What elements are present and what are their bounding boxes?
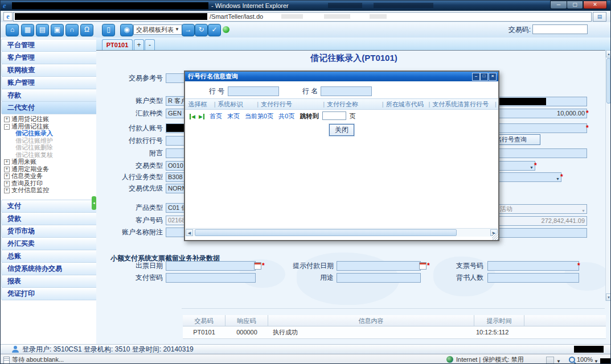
dialog-maximize-button[interactable]: □ bbox=[480, 73, 488, 81]
calculator-button[interactable]: ▤ bbox=[36, 24, 49, 36]
sidebar-item-voucher-print[interactable]: 凭证打印 bbox=[1, 287, 99, 300]
sidebar-item-payment[interactable]: 支付 bbox=[1, 200, 99, 213]
headset-button[interactable]: Ω bbox=[80, 24, 93, 36]
last-page-link[interactable]: 末页 bbox=[227, 113, 240, 119]
tree-item-incoming[interactable]: +通用来账 bbox=[4, 158, 94, 166]
pay-password-field[interactable] bbox=[166, 273, 256, 283]
vertical-scrollbar[interactable]: ▲ ▼ bbox=[605, 50, 611, 301]
add-tab-button[interactable]: + bbox=[134, 39, 144, 50]
redacted-url-extra bbox=[370, 14, 387, 19]
compatibility-view-icon[interactable] bbox=[546, 357, 554, 364]
template-list-dropdown[interactable]: 交易模板列表 ▼ bbox=[133, 24, 182, 35]
sidebar-item-network-check[interactable]: 联网核查 bbox=[1, 64, 99, 77]
remove-tab-button[interactable]: - bbox=[145, 39, 155, 50]
sidebar-item-account[interactable]: 账户管理 bbox=[1, 76, 99, 89]
dialog-title-bar[interactable]: 行号行名信息查询 – □ × bbox=[185, 72, 498, 81]
redacted-url-extra bbox=[324, 14, 350, 19]
sidebar-item-ledger[interactable]: 总账 bbox=[1, 250, 99, 263]
tree-item-debit-maintain[interactable]: 借记往账维护 bbox=[4, 137, 105, 144]
sidebar-item-loan[interactable]: 贷款 bbox=[1, 212, 99, 225]
tree-item-info-business[interactable]: +信息类业务 bbox=[4, 172, 94, 180]
tree-item-debit-transfer[interactable]: -通用借记往账 bbox=[4, 123, 94, 130]
sidebar-item-money-market[interactable]: 货币市场 bbox=[1, 225, 99, 238]
dialog-horizontal-scrollbar[interactable]: ◀ ▶ bbox=[186, 228, 498, 237]
bank-no-label: 行 号 bbox=[209, 86, 224, 96]
tree-item-periodic[interactable]: +通用定期业务 bbox=[4, 166, 94, 173]
issue-date-field[interactable] bbox=[166, 261, 256, 271]
refresh-button[interactable]: ↻ bbox=[195, 24, 208, 36]
chevron-down-icon[interactable]: ▼ bbox=[594, 357, 598, 364]
jump-page-input[interactable] bbox=[322, 111, 346, 120]
home-button[interactable]: ⌂ bbox=[6, 24, 19, 36]
first-page-link[interactable]: 首页 bbox=[210, 113, 222, 119]
sidebar-item-platform[interactable]: 平台管理 bbox=[1, 39, 99, 52]
collapse-icon[interactable]: - bbox=[4, 124, 10, 130]
scrollbar-thumb[interactable] bbox=[195, 229, 457, 236]
calendar-icon[interactable] bbox=[254, 262, 261, 270]
tree-item-debit-review[interactable]: 借记往账复核 bbox=[4, 151, 105, 159]
dialog-resize-grip[interactable] bbox=[492, 234, 498, 240]
tree-item-debit-entry[interactable]: 借记往账录入 bbox=[4, 130, 105, 137]
bank-no-input[interactable] bbox=[228, 86, 279, 96]
confirm-button[interactable]: ✓ bbox=[208, 24, 221, 36]
submit-button[interactable]: → bbox=[182, 24, 195, 36]
message-table-header: 交易码 响应码 信息内容 提示时间 bbox=[183, 315, 606, 326]
tree-item-payment-monitor[interactable]: +支付信息监控 bbox=[4, 187, 94, 194]
sidebar-item-credit-pending[interactable]: 信贷系统待办交易 bbox=[1, 262, 99, 275]
sidebar-item-reports[interactable]: 报表 bbox=[1, 275, 99, 288]
check-no-field[interactable] bbox=[487, 261, 579, 271]
chevron-down-icon[interactable]: ▼ bbox=[556, 357, 561, 364]
page-action-button[interactable]: ▤ bbox=[593, 12, 606, 22]
msg-code: PT0101 bbox=[183, 326, 225, 338]
redacted-payee-name bbox=[495, 98, 546, 105]
dialog-close-button[interactable]: 关闭 bbox=[329, 124, 354, 136]
zoom-level[interactable]: 100% bbox=[577, 354, 593, 364]
expand-icon[interactable]: + bbox=[4, 173, 10, 179]
expand-icon[interactable]: + bbox=[4, 188, 10, 193]
tree-item-query-print[interactable]: +查询及打印 bbox=[4, 180, 94, 187]
sidebar-item-customer[interactable]: 客户管理 bbox=[1, 51, 99, 64]
tab-pt0101[interactable]: PT0101 bbox=[102, 39, 133, 50]
scrollbar-thumb[interactable] bbox=[606, 58, 611, 104]
device-button[interactable]: ▣ bbox=[51, 24, 64, 36]
tree-item-credit-transfer[interactable]: +通用贷记往账 bbox=[4, 115, 94, 123]
grid-button[interactable]: ▦ bbox=[21, 24, 34, 36]
login-info-bar: 登录用户: 3510CS1 登录机构: 3510 登录时间: 20140319 bbox=[1, 344, 610, 354]
pagination-bar: ◀ ▶ 首页 末页 当前第0页 共0页 跳转到 页 bbox=[190, 111, 356, 121]
sidebar-item-deposit[interactable]: 存款 bbox=[1, 89, 99, 102]
tree-item-debit-delete[interactable]: 借记往账删除 bbox=[4, 144, 105, 151]
expand-icon[interactable]: + bbox=[4, 181, 10, 187]
trash-button[interactable]: ▯ bbox=[102, 24, 115, 36]
message-table-row[interactable]: PT0101 000000 执行成功 10:12:5:112 bbox=[183, 326, 606, 339]
scroll-down-icon[interactable]: ▼ bbox=[606, 293, 611, 301]
sidebar-collapse-handle[interactable]: ◂ bbox=[92, 196, 96, 210]
address-bar: e /SmartTeller/last.do ▤ bbox=[1, 11, 610, 23]
dialog-minimize-button[interactable]: – bbox=[472, 73, 480, 81]
endorser-count-field[interactable] bbox=[487, 273, 579, 283]
txn-code-input[interactable] bbox=[532, 24, 588, 34]
scroll-up-icon[interactable]: ▲ bbox=[606, 50, 611, 57]
close-button[interactable]: ✕ bbox=[583, 1, 607, 9]
redacted-title bbox=[12, 2, 208, 9]
expand-icon[interactable]: + bbox=[4, 159, 10, 165]
field-label: 账户类型 bbox=[96, 96, 163, 105]
url-field[interactable]: /SmartTeller/last.do bbox=[13, 12, 592, 22]
headphone-button[interactable]: ∩ bbox=[65, 24, 79, 36]
minimize-button[interactable]: ─ bbox=[550, 1, 567, 9]
last-page-icon[interactable]: ▶ bbox=[199, 114, 204, 119]
dialog-close-icon[interactable]: × bbox=[489, 73, 497, 81]
scroll-left-icon[interactable]: ◀ bbox=[186, 229, 193, 236]
purpose-field[interactable] bbox=[337, 273, 421, 283]
expand-icon[interactable]: + bbox=[4, 167, 10, 172]
ie-logo-icon: e bbox=[3, 1, 6, 10]
prompt-pay-date-field[interactable] bbox=[337, 261, 421, 271]
expand-icon[interactable]: + bbox=[4, 117, 10, 122]
sidebar-item-gen2-payment[interactable]: 二代支付 bbox=[1, 101, 99, 114]
field-label: 付款人账号 bbox=[96, 123, 163, 133]
bank-name-input[interactable] bbox=[321, 86, 372, 96]
first-page-icon[interactable]: ◀ bbox=[190, 114, 195, 119]
field-label: 付款行行号 bbox=[96, 136, 163, 145]
sidebar-item-forex[interactable]: 外汇买卖 bbox=[1, 237, 99, 250]
maximize-button[interactable]: ▢ bbox=[567, 1, 583, 9]
power-button[interactable]: ◉ bbox=[120, 24, 133, 36]
